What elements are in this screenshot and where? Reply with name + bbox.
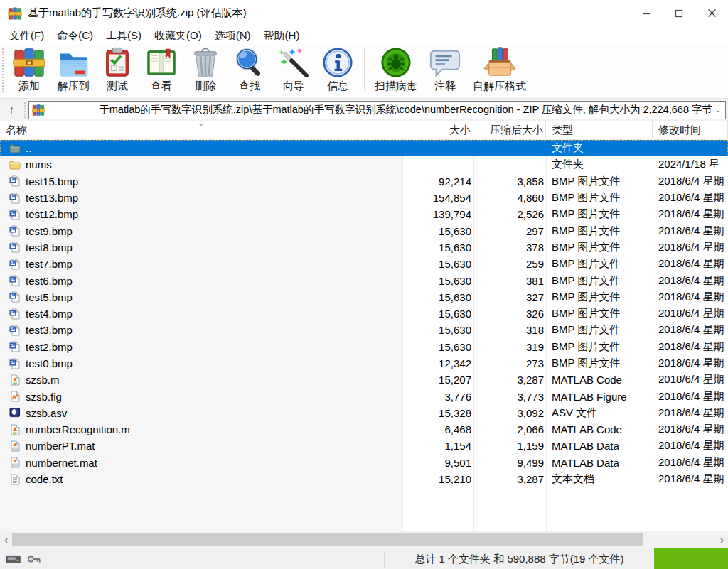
file-row[interactable]: test12.bmp139,7942,526BMP 图片文件2018/6/4 星… [0, 206, 728, 222]
bmp-file-icon [9, 341, 21, 352]
file-packed-size: 3,287 [473, 374, 546, 386]
scrollbar-thumb[interactable] [12, 533, 643, 546]
column-header-size[interactable]: 大小 [402, 121, 473, 139]
toolbar-grip[interactable] [2, 48, 4, 92]
file-name: test9.bmp [26, 225, 73, 237]
file-name: numberRecognition.m [26, 423, 130, 435]
menu-item-F[interactable]: 文件(F) [3, 26, 50, 44]
file-type: BMP 图片文件 [546, 307, 653, 320]
column-header-packed[interactable]: 压缩后大小 [473, 121, 546, 139]
file-name: test3.bmp [26, 324, 73, 336]
file-row[interactable]: szsb.asv15,3283,092ASV 文件2018/6/4 星期 [0, 405, 728, 421]
address-combobox[interactable]: 于matlab的手写数字识别系统.zip\基于matlab的手写数字识别系统\c… [28, 101, 726, 119]
file-row[interactable]: test5.bmp15,630327BMP 图片文件2018/6/4 星期 [0, 289, 728, 305]
bmp-file-icon [9, 325, 21, 336]
file-row[interactable]: test3.bmp15,630318BMP 图片文件2018/6/4 星期 [0, 322, 728, 338]
winrar-window: 基于matlab的手写数字识别系统.zip (评估版本) 文件(F)命令(C)工… [0, 0, 728, 569]
向导-toolbar-button[interactable]: 向导 [272, 44, 316, 93]
file-row[interactable]: numberPT.mat1,1541,159MATLAB Data2018/6/… [0, 438, 728, 454]
maximize-button[interactable] [663, 0, 695, 26]
file-row[interactable]: test2.bmp15,630319BMP 图片文件2018/6/4 星期 [0, 339, 728, 355]
file-packed-size: 9,499 [473, 457, 546, 469]
file-type: MATLAB Figure [546, 391, 653, 403]
查看-toolbar-button[interactable]: 查看 [139, 44, 183, 93]
file-packed-size: 3,773 [473, 391, 546, 403]
file-row[interactable]: code.txt15,2103,287文本文档2018/6/4 星期 [0, 471, 728, 487]
file-row[interactable]: test15.bmp92,2143,858BMP 图片文件2018/6/4 星期 [0, 173, 728, 190]
address-grip[interactable] [24, 102, 26, 118]
file-size: 1,154 [402, 440, 473, 452]
file-row[interactable]: test9.bmp15,630297BMP 图片文件2018/6/4 星期 [0, 222, 728, 239]
address-dropdown-icon[interactable]: ⌄ [712, 106, 724, 114]
horizontal-scrollbar[interactable]: ‹ › [0, 531, 728, 548]
minimize-button[interactable] [630, 0, 663, 26]
matlab-data-icon [9, 457, 21, 468]
file-size: 15,630 [402, 225, 473, 237]
key-icon[interactable] [26, 552, 42, 566]
解压到-toolbar-button[interactable]: 解压到 [51, 44, 95, 93]
file-size: 15,630 [402, 308, 473, 320]
menu-item-C[interactable]: 命令(C) [50, 26, 100, 44]
close-button[interactable] [695, 0, 728, 26]
up-one-level-button[interactable]: ↑ [0, 101, 23, 119]
file-type: BMP 图片文件 [546, 224, 653, 238]
file-type: BMP 图片文件 [546, 340, 653, 354]
file-name: szsb.asv [26, 407, 67, 419]
file-type: 文本文档 [546, 472, 653, 486]
file-packed-size: 327 [473, 291, 546, 303]
file-row[interactable]: test8.bmp15,630378BMP 图片文件2018/6/4 星期 [0, 239, 728, 256]
查找-toolbar-button[interactable]: 查找 [228, 44, 272, 93]
file-packed-size: 381 [473, 275, 546, 287]
删除-toolbar-button[interactable]: 删除 [183, 44, 228, 93]
file-name: test12.bmp [26, 208, 78, 220]
file-packed-size: 1,159 [473, 440, 546, 452]
file-name: test6.bmp [26, 275, 73, 287]
archive-mini-icon [32, 104, 45, 116]
file-row[interactable]: test4.bmp15,630326BMP 图片文件2018/6/4 星期 [0, 305, 728, 322]
file-name: test8.bmp [26, 242, 73, 254]
自解压格式-toolbar-button[interactable]: 自解压格式 [467, 44, 532, 93]
bmp-file-icon [9, 225, 21, 237]
list-header: 名称 大小 压缩后大小 类型 修改时间 ⌄ [0, 121, 728, 140]
file-row[interactable]: test6.bmp15,630381BMP 图片文件2018/6/4 星期 [0, 272, 728, 288]
column-header-modified[interactable]: 修改时间 [653, 121, 728, 139]
file-row[interactable]: numbernet.mat9,5019,499MATLAB Data2018/6… [0, 455, 728, 471]
信息-toolbar-button[interactable]: 信息 [316, 44, 360, 93]
file-row[interactable]: test0.bmp12,342273BMP 图片文件2018/6/4 星期 [0, 355, 728, 372]
注释-toolbar-button[interactable]: 注释 [423, 44, 467, 93]
file-row[interactable]: test7.bmp15,630259BMP 图片文件2018/6/4 星期 [0, 256, 728, 272]
title-bar: 基于matlab的手写数字识别系统.zip (评估版本) [0, 0, 728, 26]
file-modified: 2018/6/4 星期 [653, 224, 728, 238]
sfx-box-icon [483, 46, 516, 79]
file-packed-size: 318 [473, 324, 546, 336]
file-size: 15,630 [402, 291, 473, 303]
file-row[interactable]: szsb.fig3,7763,773MATLAB Figure2018/6/4 … [0, 388, 728, 404]
scroll-left-icon[interactable]: ‹ [0, 531, 12, 548]
text-file-icon [9, 474, 21, 485]
file-row[interactable]: nums文件夹2024/1/18 星 [0, 156, 728, 173]
file-name: test15.bmp [26, 175, 78, 188]
file-type: BMP 图片文件 [546, 241, 653, 254]
file-size: 6,468 [402, 423, 473, 435]
测试-toolbar-button[interactable]: 测试 [95, 44, 139, 93]
menu-item-O[interactable]: 收藏夹(O) [148, 26, 208, 44]
file-row[interactable]: test13.bmp154,8544,860BMP 图片文件2018/6/4 星… [0, 190, 728, 206]
column-header-type[interactable]: 类型 [546, 121, 653, 139]
menu-item-H[interactable]: 帮助(H) [257, 26, 306, 44]
扫描病毒-toolbar-button[interactable]: 扫描病毒 [369, 44, 423, 93]
file-modified: 2018/6/4 星期 [653, 390, 728, 403]
file-modified: 2018/6/4 星期 [653, 291, 728, 304]
totals-text: 总计 1 个文件夹 和 590,888 字节(19 个文件) [385, 548, 654, 569]
file-size: 12,342 [402, 357, 473, 369]
file-row[interactable]: numberRecognition.m6,4682,066MATLAB Code… [0, 421, 728, 438]
添加-toolbar-button[interactable]: 添加 [7, 44, 51, 93]
file-row[interactable]: szsb.m15,2073,287MATLAB Code2018/6/4 星期 [0, 372, 728, 388]
file-modified: 2018/6/4 星期 [653, 373, 728, 386]
menu-item-N[interactable]: 选项(N) [208, 26, 257, 44]
matlab-code-icon [9, 374, 21, 386]
scroll-right-icon[interactable]: › [716, 531, 728, 548]
menu-item-S[interactable]: 工具(S) [100, 26, 148, 44]
file-row[interactable]: ..文件夹 [0, 140, 728, 156]
bmp-file-icon [9, 242, 21, 253]
disk-icon[interactable] [6, 552, 21, 566]
